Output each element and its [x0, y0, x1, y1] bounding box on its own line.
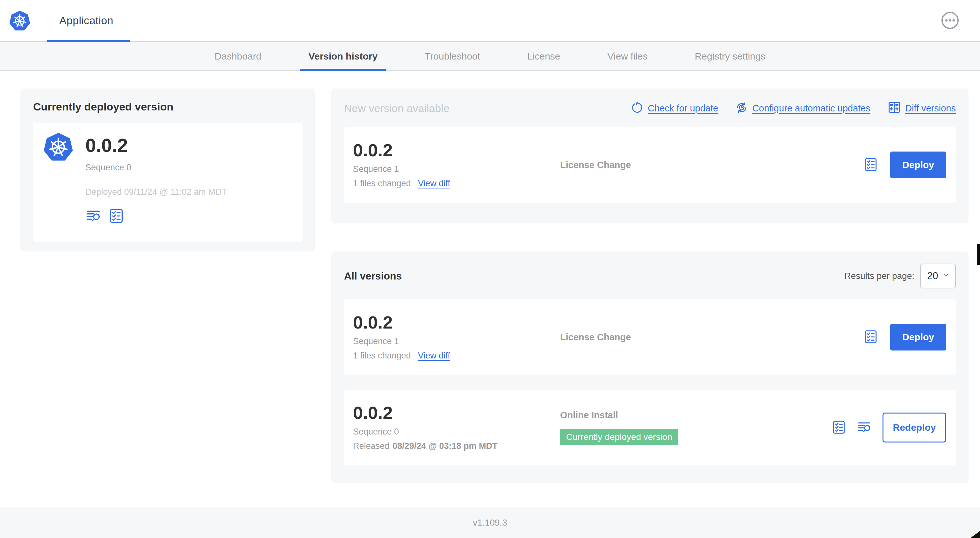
all-versions-title: All versions	[344, 270, 402, 282]
app-tab-active-indicator	[47, 40, 130, 42]
tab-label: View files	[608, 51, 648, 62]
tab-view-files[interactable]: View files	[599, 42, 656, 70]
tab-dashboard[interactable]: Dashboard	[207, 42, 270, 70]
currently-deployed-title: Currently deployed version	[33, 101, 303, 113]
update-actions: Check for update Configure automat	[631, 101, 956, 116]
overflow-menu-button[interactable]	[940, 10, 960, 30]
console-version: v1.109.3	[473, 517, 507, 528]
view-preflight-button[interactable]	[863, 157, 878, 173]
deployed-timestamp: Deployed 09/11/24 @ 11:02 am MDT	[85, 187, 227, 197]
rotate-ccw-icon	[631, 101, 644, 116]
log-search-icon	[85, 208, 101, 225]
version-number: 0.0.2	[353, 314, 560, 332]
view-diff-link[interactable]: View diff	[418, 351, 450, 361]
clock-sync-icon	[735, 101, 748, 116]
app-title: Application	[59, 14, 113, 27]
ellipsis-circle-icon	[940, 27, 960, 32]
results-per-page-label: Results per page:	[845, 271, 914, 281]
version-number: 0.0.2	[353, 141, 560, 159]
view-diff-link[interactable]: View diff	[418, 179, 450, 189]
version-source-label: License Change	[560, 160, 631, 170]
new-version-panel: New version available Check for update	[331, 89, 969, 224]
check-for-update-label: Check for update	[648, 103, 718, 114]
tab-license[interactable]: License	[519, 42, 568, 70]
version-history-page: Application Dashboard Version history	[0, 0, 980, 538]
tab-version-history[interactable]: Version history	[300, 42, 386, 70]
deployed-actions	[85, 208, 227, 225]
tab-label: Registry settings	[695, 51, 765, 62]
files-changed-label: 1 files changed	[353, 179, 411, 189]
view-preflight-button[interactable]	[863, 330, 878, 345]
preflight-checklist-icon	[832, 420, 846, 435]
view-preflight-button[interactable]	[832, 420, 846, 435]
app-sub-nav: Dashboard Version history Troubleshoot L…	[0, 42, 980, 71]
version-sequence: Sequence 0	[353, 427, 560, 437]
new-version-title: New version available	[344, 102, 450, 114]
kubernetes-logo-icon	[43, 132, 74, 163]
footer: v1.109.3	[0, 508, 980, 538]
version-sequence: Sequence 1	[353, 164, 560, 174]
version-source-label: Online Install	[560, 410, 832, 421]
released-timestamp: 08/29/24 @ 03:18 pm MDT	[393, 441, 497, 451]
view-logs-button[interactable]	[857, 420, 872, 435]
deployed-version-number: 0.0.2	[85, 136, 227, 155]
tab-troubleshoot[interactable]: Troubleshoot	[417, 42, 488, 70]
version-number: 0.0.2	[353, 404, 560, 422]
version-sequence: Sequence 1	[353, 336, 560, 346]
preflight-checklist-icon	[863, 330, 878, 345]
tab-registry-settings[interactable]: Registry settings	[687, 42, 774, 70]
preflight-checklist-icon	[863, 157, 878, 173]
released-label: Released	[353, 441, 389, 451]
deploy-button[interactable]: Deploy	[890, 324, 946, 351]
currently-deployed-badge: Currently deployed version	[560, 429, 678, 445]
new-version-row: 0.0.2 Sequence 1 1 files changed View di…	[344, 127, 956, 203]
app-tab[interactable]: Application	[59, 0, 113, 41]
results-per-page-select[interactable]: 20	[920, 263, 956, 289]
log-search-icon	[857, 420, 872, 435]
preflight-checklist-icon	[108, 208, 124, 225]
tab-label: Version history	[309, 51, 377, 62]
tab-label: License	[527, 51, 560, 62]
split-diff-icon	[888, 101, 901, 116]
check-for-update-link[interactable]: Check for update	[631, 101, 718, 116]
active-tab-indicator	[300, 69, 386, 71]
deployed-version-info: 0.0.2 Sequence 0 Deployed 09/11/24 @ 11:…	[85, 132, 227, 233]
redeploy-button[interactable]: Redeploy	[883, 413, 946, 443]
deployed-sequence: Sequence 0	[85, 163, 227, 173]
version-source-label: License Change	[560, 332, 631, 342]
deploy-button[interactable]: Deploy	[890, 152, 946, 178]
view-preflight-button[interactable]	[108, 208, 124, 225]
results-per-page-value: 20	[927, 270, 938, 282]
sub-nav-tabs: Dashboard Version history Troubleshoot L…	[207, 42, 774, 70]
currently-deployed-card: 0.0.2 Sequence 0 Deployed 09/11/24 @ 11:…	[33, 122, 303, 242]
kubernetes-logo-icon	[9, 10, 30, 32]
configure-automatic-updates-label: Configure automatic updates	[752, 103, 870, 114]
tab-label: Dashboard	[215, 51, 262, 62]
screen-artifact	[970, 531, 980, 538]
diff-versions-link[interactable]: Diff versions	[888, 101, 956, 116]
view-logs-button[interactable]	[85, 208, 101, 225]
version-row: 0.0.2 Sequence 0 Released 08/29/24 @ 03:…	[344, 390, 956, 465]
screen-artifact	[977, 244, 980, 265]
diff-versions-label: Diff versions	[905, 103, 956, 114]
version-row: 0.0.2 Sequence 1 1 files changed View di…	[344, 299, 956, 375]
currently-deployed-panel: Currently deployed version	[21, 89, 315, 251]
tab-label: Troubleshoot	[425, 51, 480, 62]
configure-automatic-updates-link[interactable]: Configure automatic updates	[735, 101, 870, 116]
all-versions-panel: All versions Results per page: 20 0.0.2	[331, 251, 969, 483]
chevron-down-icon	[942, 270, 950, 282]
files-changed-label: 1 files changed	[353, 351, 411, 361]
top-bar: Application	[0, 0, 980, 42]
